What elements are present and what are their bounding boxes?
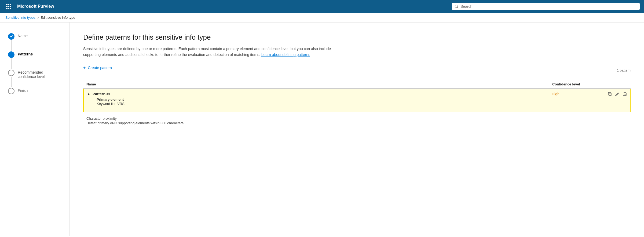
step-item-finish: Finish	[8, 88, 61, 94]
create-pattern-button[interactable]: + Create pattern	[83, 65, 112, 70]
step-circle-confidence	[8, 70, 14, 76]
main-layout: Name Patterns Recommended confidence lev…	[0, 22, 644, 236]
step-circle-name	[8, 33, 14, 40]
search-icon	[455, 5, 458, 8]
pattern-row-header: ▲ Pattern #1 High	[84, 89, 630, 112]
step-label-name: Name	[18, 33, 28, 38]
pattern-expand-icon[interactable]: ▲	[87, 92, 90, 96]
breadcrumb-separator: >	[37, 16, 39, 20]
step-circle-finish	[8, 88, 14, 94]
table-header: Name Confidence level	[83, 80, 631, 89]
step-label-finish: Finish	[18, 88, 28, 93]
keyword-list-value: Keyword list: VRS	[97, 102, 125, 106]
svg-rect-0	[6, 4, 8, 5]
below-pattern: Character proximity Detect primary AND s…	[83, 113, 631, 129]
svg-rect-1	[8, 4, 9, 5]
col-confidence-header: Confidence level	[552, 82, 601, 86]
step-line-2	[11, 58, 12, 69]
app-title: Microsoft Purview	[17, 4, 54, 9]
step-line-1	[11, 40, 12, 51]
delete-icon[interactable]	[623, 92, 627, 96]
breadcrumb-parent[interactable]: Sensitive info types	[5, 16, 35, 20]
step-label-confidence: Recommended confidence level	[18, 70, 61, 79]
svg-rect-5	[10, 6, 11, 7]
search-bar[interactable]	[452, 3, 640, 10]
step-item-confidence: Recommended confidence level	[8, 70, 61, 88]
step-list: Name Patterns Recommended confidence lev…	[8, 33, 61, 94]
pattern-confidence: High	[552, 92, 600, 96]
content-description: Sensitive info types are defined by one …	[83, 46, 341, 58]
content-area: Define patterns for this sensitive info …	[70, 22, 644, 236]
proximity-label: Character proximity	[86, 116, 627, 121]
breadcrumb: Sensitive info types > Edit sensitive in…	[0, 13, 644, 22]
breadcrumb-current: Edit sensitive info type	[41, 16, 75, 20]
step-line-3	[11, 77, 12, 87]
search-input[interactable]	[460, 4, 637, 9]
pattern-count: 1 pattern	[617, 68, 631, 72]
pattern-actions	[600, 92, 627, 96]
step-connector-patterns	[8, 51, 14, 70]
step-connector-confidence	[8, 70, 14, 88]
step-item-name: Name	[8, 33, 61, 51]
svg-rect-2	[10, 4, 11, 5]
topbar: Microsoft Purview	[0, 0, 644, 13]
step-connector-finish	[8, 88, 14, 94]
step-item-patterns: Patterns	[8, 51, 61, 70]
copy-icon[interactable]	[608, 92, 612, 96]
page-title: Define patterns for this sensitive info …	[83, 33, 631, 42]
svg-point-9	[455, 5, 458, 7]
proximity-value: Detect primary AND supporting elements w…	[86, 121, 627, 125]
primary-element-row: Primary element	[97, 97, 125, 101]
svg-line-10	[457, 7, 458, 8]
grid-icon[interactable]	[4, 2, 13, 11]
svg-rect-13	[623, 93, 626, 96]
svg-rect-11	[609, 93, 611, 96]
svg-rect-8	[10, 8, 11, 9]
pattern-row-1: ▲ Pattern #1 High	[83, 89, 631, 112]
learn-link[interactable]: Learn about defining patterns	[261, 52, 310, 57]
pattern-header-row: + Create pattern 1 pattern	[83, 65, 631, 78]
svg-rect-3	[6, 6, 8, 7]
primary-element-label: Primary element	[97, 97, 124, 101]
create-pattern-label: Create pattern	[88, 66, 112, 70]
sidebar-stepper: Name Patterns Recommended confidence lev…	[0, 22, 70, 236]
keyword-list-row: Keyword list: VRS	[97, 101, 125, 106]
svg-rect-4	[8, 6, 9, 7]
svg-rect-6	[6, 8, 8, 9]
step-connector-name	[8, 33, 14, 51]
plus-icon: +	[83, 65, 86, 70]
edit-icon[interactable]	[615, 92, 619, 96]
step-label-patterns: Patterns	[18, 51, 33, 56]
pattern-details: Primary element Keyword list: VRS	[87, 96, 128, 109]
svg-rect-7	[8, 8, 9, 9]
pattern-name: Pattern #1	[93, 92, 552, 96]
step-circle-patterns	[8, 51, 14, 58]
col-name-header: Name	[86, 82, 552, 86]
